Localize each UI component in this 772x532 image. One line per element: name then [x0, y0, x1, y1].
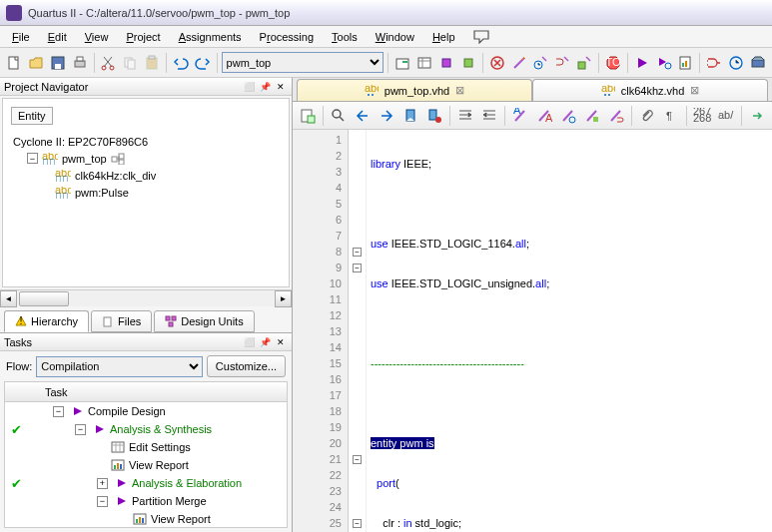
pin-planner-icon[interactable] [436, 52, 456, 74]
task-row[interactable]: View Report [5, 456, 287, 474]
menu-view[interactable]: View [77, 29, 117, 45]
module-select[interactable]: pwm_top [222, 52, 385, 73]
goto-icon[interactable] [746, 105, 768, 127]
play-icon [116, 495, 128, 507]
menu-help[interactable]: Help [424, 29, 463, 45]
menu-edit[interactable]: Edit [40, 29, 75, 45]
close-panel-icon[interactable]: ✕ [274, 80, 288, 94]
open-icon[interactable] [26, 52, 46, 74]
feedback-icon[interactable] [473, 30, 491, 44]
attach-icon[interactable] [636, 105, 658, 127]
svg-rect-42 [114, 465, 116, 469]
elaborate-icon[interactable] [581, 105, 603, 127]
indent-left-icon[interactable] [454, 105, 476, 127]
new-file-icon[interactable] [4, 52, 24, 74]
tab-files[interactable]: Files [91, 310, 152, 332]
float-icon[interactable]: ⬜ [242, 335, 256, 349]
remove-icon[interactable] [487, 52, 507, 74]
svg-text:⎍⎍: ⎍⎍ [55, 173, 69, 182]
bookmark-next-icon[interactable] [376, 105, 397, 127]
clock-icon[interactable] [726, 52, 746, 74]
task-row[interactable]: Edit Settings [5, 438, 287, 456]
ab-icon[interactable]: ab/ [715, 105, 737, 127]
svg-point-60 [435, 117, 441, 123]
task-row[interactable]: −Partition Merge [5, 492, 287, 510]
gate-icon[interactable] [704, 52, 724, 74]
svg-point-57 [333, 110, 341, 118]
gate-wand-icon[interactable] [552, 52, 572, 74]
code-content[interactable]: library IEEE; use IEEE.STD_LOGIC_1164.al… [367, 130, 772, 532]
menu-tools[interactable]: Tools [324, 29, 366, 45]
task-row[interactable]: View Report [5, 510, 287, 528]
svg-text:¶: ¶ [666, 110, 672, 122]
wand-icon[interactable] [509, 52, 529, 74]
customize-button[interactable]: Customize... [207, 355, 286, 377]
menubar: File Edit View Project Assignments Proce… [0, 26, 772, 48]
settings-icon[interactable] [392, 52, 412, 74]
scroll-right-icon[interactable]: ► [275, 290, 292, 307]
file-tab-pwm-top[interactable]: abd pwm_top.vhd ⊠ [297, 79, 532, 101]
file-tab-clk64khz[interactable]: abd clk64khz.vhd ⊠ [532, 79, 768, 101]
bookmark-clear-icon[interactable] [423, 105, 445, 127]
task-row[interactable]: ✔−Analysis & Synthesis [5, 420, 287, 438]
svg-point-51 [372, 94, 374, 96]
task-row[interactable]: ✔+Analysis & Elaboration [5, 474, 287, 492]
flow-select[interactable]: Compilation [36, 356, 203, 377]
insert-template-icon[interactable] [297, 105, 319, 127]
save-icon[interactable] [48, 52, 68, 74]
programmer-icon[interactable] [748, 52, 768, 74]
close-tab-icon[interactable]: ⊠ [690, 84, 699, 97]
svg-rect-43 [117, 463, 119, 469]
menu-processing[interactable]: Processing [252, 29, 322, 45]
tab-hierarchy[interactable]: ! Hierarchy [4, 310, 89, 332]
scroll-left-icon[interactable]: ◄ [0, 290, 17, 307]
close-panel-icon[interactable]: ✕ [274, 335, 288, 349]
menu-project[interactable]: Project [118, 29, 168, 45]
find-icon[interactable] [328, 105, 350, 127]
line-count-icon[interactable]: 267268 [691, 105, 713, 127]
svg-rect-13 [418, 58, 430, 68]
code-editor[interactable]: 1234567891011121314151617181920212223242… [293, 130, 772, 532]
tab-design-units[interactable]: Design Units [154, 310, 254, 332]
print-icon[interactable] [70, 52, 90, 74]
svg-rect-23 [685, 61, 687, 67]
scroll-thumb[interactable] [19, 291, 69, 306]
bookmark-toggle-icon[interactable] [399, 105, 421, 127]
tree-device-row[interactable]: Cyclone II: EP2C70F896C6 [13, 133, 285, 150]
cut-icon[interactable] [98, 52, 118, 74]
chip-icon[interactable] [458, 52, 478, 74]
float-icon[interactable]: ⬜ [242, 80, 256, 94]
play-icon[interactable] [632, 52, 652, 74]
task-row[interactable]: −Compile Design [5, 402, 287, 420]
redo-icon[interactable] [193, 52, 213, 74]
whitespace-icon[interactable]: ¶ [660, 105, 682, 127]
assignments-icon[interactable] [414, 52, 434, 74]
bookmark-prev-icon[interactable] [352, 105, 374, 127]
fold-column[interactable]: − − − − [349, 130, 367, 532]
menu-window[interactable]: Window [368, 29, 422, 45]
close-tab-icon[interactable]: ⊠ [455, 84, 464, 97]
pin-icon[interactable]: 📌 [258, 80, 272, 94]
clock-wand-icon[interactable] [530, 52, 550, 74]
nav-scrollbar[interactable]: ◄ ► [0, 289, 292, 306]
indent-right-icon[interactable] [478, 105, 500, 127]
svg-point-63 [569, 117, 575, 123]
play-time-icon[interactable] [654, 52, 674, 74]
undo-icon[interactable] [171, 52, 191, 74]
tree-collapse-icon[interactable]: − [27, 153, 38, 164]
stop-icon[interactable]: STOP [603, 52, 623, 74]
report-icon[interactable] [676, 52, 696, 74]
comment-icon[interactable]: A [509, 105, 531, 127]
tree-row[interactable]: abd⎍⎍ pwm:Pulse [13, 184, 285, 201]
analyze-icon[interactable] [557, 105, 579, 127]
paste-icon [142, 52, 162, 74]
tree-row[interactable]: − abd⎍⎍ pwm_top [13, 150, 285, 167]
menu-assignments[interactable]: Assignments [171, 29, 250, 45]
tree-row[interactable]: abd⎍⎍ clk64kHz:clk_div [13, 167, 285, 184]
uncomment-icon[interactable]: A [533, 105, 555, 127]
pin-icon[interactable]: 📌 [258, 335, 272, 349]
chip-wand-icon[interactable] [574, 52, 594, 74]
svg-rect-11 [396, 59, 408, 69]
menu-file[interactable]: File [4, 29, 38, 45]
synth-icon[interactable] [605, 105, 627, 127]
